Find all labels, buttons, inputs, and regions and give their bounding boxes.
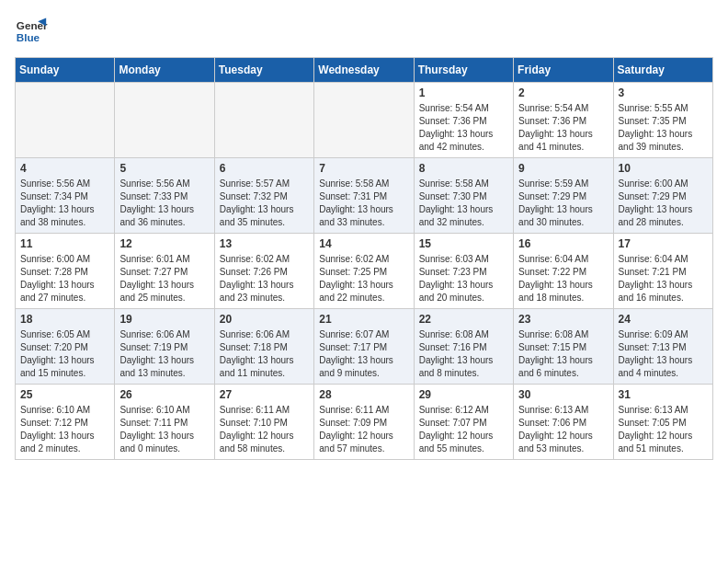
day-info: Sunrise: 5:54 AM Sunset: 7:36 PM Dayligh… xyxy=(419,102,508,154)
day-info: Sunrise: 6:00 AM Sunset: 7:29 PM Dayligh… xyxy=(619,178,708,229)
day-header-thursday: Thursday xyxy=(414,58,513,83)
calendar-cell xyxy=(214,83,313,158)
day-info: Sunrise: 6:06 AM Sunset: 7:18 PM Dayligh… xyxy=(220,328,309,380)
day-number: 3 xyxy=(619,86,708,99)
day-info: Sunrise: 5:56 AM Sunset: 7:34 PM Dayligh… xyxy=(20,178,109,229)
day-info: Sunrise: 5:59 AM Sunset: 7:29 PM Dayligh… xyxy=(518,178,608,229)
week-row-5: 25Sunrise: 6:10 AM Sunset: 7:12 PM Dayli… xyxy=(16,385,713,460)
calendar-cell: 16Sunrise: 6:04 AM Sunset: 7:22 PM Dayli… xyxy=(514,234,613,309)
calendar-table: SundayMondayTuesdayWednesdayThursdayFrid… xyxy=(15,57,713,460)
calendar-cell xyxy=(115,83,214,158)
day-info: Sunrise: 6:12 AM Sunset: 7:07 PM Dayligh… xyxy=(419,404,508,455)
calendar-cell: 15Sunrise: 6:03 AM Sunset: 7:23 PM Dayli… xyxy=(414,234,513,309)
calendar-cell: 7Sunrise: 5:58 AM Sunset: 7:31 PM Daylig… xyxy=(314,158,414,234)
day-info: Sunrise: 6:08 AM Sunset: 7:15 PM Dayligh… xyxy=(518,328,608,380)
calendar-cell: 3Sunrise: 5:55 AM Sunset: 7:35 PM Daylig… xyxy=(613,83,712,158)
day-info: Sunrise: 6:05 AM Sunset: 7:20 PM Dayligh… xyxy=(20,328,109,380)
calendar-cell: 23Sunrise: 6:08 AM Sunset: 7:15 PM Dayli… xyxy=(514,309,613,385)
week-row-1: 1Sunrise: 5:54 AM Sunset: 7:36 PM Daylig… xyxy=(16,83,713,158)
day-info: Sunrise: 5:56 AM Sunset: 7:33 PM Dayligh… xyxy=(119,178,209,229)
calendar-cell: 6Sunrise: 5:57 AM Sunset: 7:32 PM Daylig… xyxy=(214,158,313,234)
calendar-cell: 22Sunrise: 6:08 AM Sunset: 7:16 PM Dayli… xyxy=(414,309,513,385)
calendar-cell: 31Sunrise: 6:13 AM Sunset: 7:05 PM Dayli… xyxy=(613,385,712,460)
calendar-cell: 21Sunrise: 6:07 AM Sunset: 7:17 PM Dayli… xyxy=(314,309,414,385)
calendar-cell: 14Sunrise: 6:02 AM Sunset: 7:25 PM Dayli… xyxy=(314,234,414,309)
day-number: 14 xyxy=(319,237,408,250)
day-number: 23 xyxy=(518,313,608,326)
header: General Blue xyxy=(15,15,713,48)
day-info: Sunrise: 6:02 AM Sunset: 7:25 PM Dayligh… xyxy=(319,253,408,304)
header-row: SundayMondayTuesdayWednesdayThursdayFrid… xyxy=(16,58,713,83)
logo-icon: General Blue xyxy=(15,15,48,48)
day-number: 12 xyxy=(119,237,209,250)
week-row-2: 4Sunrise: 5:56 AM Sunset: 7:34 PM Daylig… xyxy=(16,158,713,234)
calendar-cell xyxy=(16,83,115,158)
calendar-cell: 30Sunrise: 6:13 AM Sunset: 7:06 PM Dayli… xyxy=(514,385,613,460)
calendar-cell: 27Sunrise: 6:11 AM Sunset: 7:10 PM Dayli… xyxy=(214,385,313,460)
day-info: Sunrise: 5:54 AM Sunset: 7:36 PM Dayligh… xyxy=(518,102,608,154)
day-number: 26 xyxy=(119,388,209,401)
calendar-cell: 8Sunrise: 5:58 AM Sunset: 7:30 PM Daylig… xyxy=(414,158,513,234)
calendar-cell: 29Sunrise: 6:12 AM Sunset: 7:07 PM Dayli… xyxy=(414,385,513,460)
day-info: Sunrise: 6:03 AM Sunset: 7:23 PM Dayligh… xyxy=(419,253,508,304)
day-info: Sunrise: 6:13 AM Sunset: 7:05 PM Dayligh… xyxy=(619,404,708,455)
day-header-saturday: Saturday xyxy=(613,58,712,83)
calendar-cell: 2Sunrise: 5:54 AM Sunset: 7:36 PM Daylig… xyxy=(514,83,613,158)
day-number: 17 xyxy=(619,237,708,250)
day-info: Sunrise: 6:10 AM Sunset: 7:12 PM Dayligh… xyxy=(20,404,109,455)
day-number: 16 xyxy=(518,237,608,250)
day-header-friday: Friday xyxy=(514,58,613,83)
calendar-cell: 28Sunrise: 6:11 AM Sunset: 7:09 PM Dayli… xyxy=(314,385,414,460)
day-info: Sunrise: 6:02 AM Sunset: 7:26 PM Dayligh… xyxy=(220,253,309,304)
day-header-sunday: Sunday xyxy=(16,58,115,83)
week-row-3: 11Sunrise: 6:00 AM Sunset: 7:28 PM Dayli… xyxy=(16,234,713,309)
day-header-monday: Monday xyxy=(115,58,214,83)
calendar-cell: 19Sunrise: 6:06 AM Sunset: 7:19 PM Dayli… xyxy=(115,309,214,385)
week-row-4: 18Sunrise: 6:05 AM Sunset: 7:20 PM Dayli… xyxy=(16,309,713,385)
day-info: Sunrise: 5:55 AM Sunset: 7:35 PM Dayligh… xyxy=(619,102,708,154)
day-number: 27 xyxy=(220,388,309,401)
day-info: Sunrise: 6:08 AM Sunset: 7:16 PM Dayligh… xyxy=(419,328,508,380)
day-number: 7 xyxy=(319,162,408,175)
day-info: Sunrise: 6:04 AM Sunset: 7:21 PM Dayligh… xyxy=(619,253,708,304)
logo: General Blue xyxy=(15,15,48,48)
day-number: 19 xyxy=(119,313,209,326)
calendar-cell: 12Sunrise: 6:01 AM Sunset: 7:27 PM Dayli… xyxy=(115,234,214,309)
day-info: Sunrise: 6:07 AM Sunset: 7:17 PM Dayligh… xyxy=(319,328,408,380)
day-number: 31 xyxy=(619,388,708,401)
day-info: Sunrise: 6:01 AM Sunset: 7:27 PM Dayligh… xyxy=(119,253,209,304)
day-number: 18 xyxy=(20,313,109,326)
day-info: Sunrise: 6:04 AM Sunset: 7:22 PM Dayligh… xyxy=(518,253,608,304)
calendar-cell: 17Sunrise: 6:04 AM Sunset: 7:21 PM Dayli… xyxy=(613,234,712,309)
calendar-cell: 10Sunrise: 6:00 AM Sunset: 7:29 PM Dayli… xyxy=(613,158,712,234)
day-number: 29 xyxy=(419,388,508,401)
day-number: 22 xyxy=(419,313,508,326)
calendar-cell: 11Sunrise: 6:00 AM Sunset: 7:28 PM Dayli… xyxy=(16,234,115,309)
calendar-cell: 4Sunrise: 5:56 AM Sunset: 7:34 PM Daylig… xyxy=(16,158,115,234)
calendar-cell: 25Sunrise: 6:10 AM Sunset: 7:12 PM Dayli… xyxy=(16,385,115,460)
day-number: 28 xyxy=(319,388,408,401)
day-number: 24 xyxy=(619,313,708,326)
day-number: 8 xyxy=(419,162,508,175)
day-number: 5 xyxy=(119,162,209,175)
day-number: 2 xyxy=(518,86,608,99)
day-info: Sunrise: 6:10 AM Sunset: 7:11 PM Dayligh… xyxy=(119,404,209,455)
day-number: 25 xyxy=(20,388,109,401)
svg-text:Blue: Blue xyxy=(17,31,40,43)
day-number: 15 xyxy=(419,237,508,250)
day-number: 1 xyxy=(419,86,508,99)
day-header-wednesday: Wednesday xyxy=(314,58,414,83)
day-header-tuesday: Tuesday xyxy=(214,58,313,83)
day-number: 4 xyxy=(20,162,109,175)
calendar-cell: 1Sunrise: 5:54 AM Sunset: 7:36 PM Daylig… xyxy=(414,83,513,158)
calendar-cell xyxy=(314,83,414,158)
day-number: 30 xyxy=(518,388,608,401)
calendar-cell: 9Sunrise: 5:59 AM Sunset: 7:29 PM Daylig… xyxy=(514,158,613,234)
day-info: Sunrise: 6:09 AM Sunset: 7:13 PM Dayligh… xyxy=(619,328,708,380)
calendar-cell: 24Sunrise: 6:09 AM Sunset: 7:13 PM Dayli… xyxy=(613,309,712,385)
calendar-cell: 20Sunrise: 6:06 AM Sunset: 7:18 PM Dayli… xyxy=(214,309,313,385)
calendar-cell: 18Sunrise: 6:05 AM Sunset: 7:20 PM Dayli… xyxy=(16,309,115,385)
day-info: Sunrise: 6:06 AM Sunset: 7:19 PM Dayligh… xyxy=(119,328,209,380)
day-info: Sunrise: 5:57 AM Sunset: 7:32 PM Dayligh… xyxy=(220,178,309,229)
day-info: Sunrise: 6:11 AM Sunset: 7:09 PM Dayligh… xyxy=(319,404,408,455)
